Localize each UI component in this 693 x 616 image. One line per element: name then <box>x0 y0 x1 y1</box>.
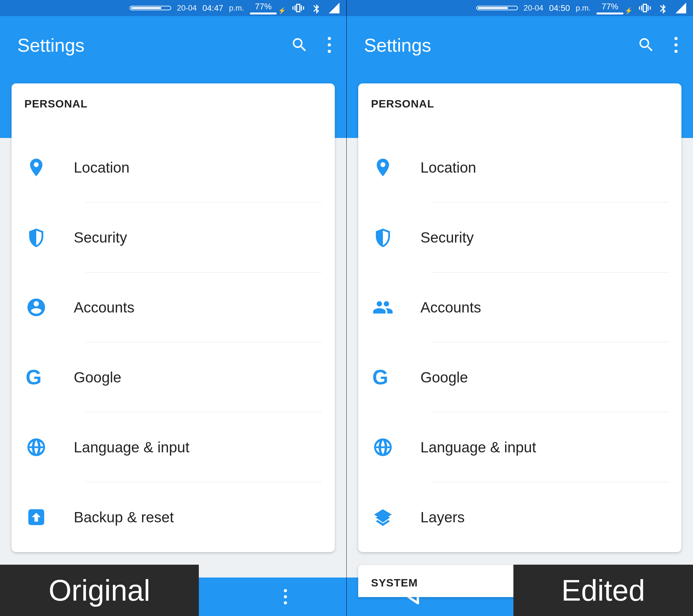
row-label: Google <box>74 369 121 386</box>
settings-row-language[interactable]: Language & input <box>358 412 681 482</box>
status-ampm: p.m. <box>576 3 591 13</box>
status-date: 20-04 <box>177 3 197 13</box>
settings-row-layers[interactable]: Layers <box>358 482 681 552</box>
settings-row-google[interactable]: G Google <box>358 342 681 412</box>
row-label: Location <box>74 159 130 176</box>
shield-icon <box>26 227 47 248</box>
backup-icon <box>26 506 47 528</box>
row-label: Accounts <box>74 299 134 316</box>
row-label: Language & input <box>420 439 536 456</box>
status-bar: 20-04 04:47 p.m. 77% ⚡ <box>0 0 346 16</box>
settings-row-location[interactable]: Location <box>12 133 335 203</box>
account-circle-icon <box>26 297 47 318</box>
battery-bar-icon <box>250 13 277 15</box>
bluetooth-icon <box>657 2 669 14</box>
google-icon: G <box>372 365 388 389</box>
status-ampm: p.m. <box>229 3 244 13</box>
location-icon <box>372 157 394 178</box>
screenshot-edited: 20-04 04:50 p.m. 77% ⚡ Settings PERSONAL… <box>346 0 693 616</box>
settings-row-google[interactable]: G Google <box>12 342 335 412</box>
settings-row-location[interactable]: Location <box>358 133 681 203</box>
vibrate-icon <box>292 2 305 15</box>
row-label: Security <box>420 229 474 246</box>
app-bar: Settings <box>0 16 346 74</box>
status-date: 20-04 <box>524 3 543 13</box>
battery-pill-icon <box>476 6 518 10</box>
layers-icon <box>372 506 394 528</box>
settings-row-accounts[interactable]: Accounts <box>12 272 335 342</box>
location-icon <box>26 157 47 178</box>
personal-card: PERSONAL Location Security Accounts G Go… <box>358 83 681 552</box>
row-label: Backup & reset <box>74 508 174 526</box>
charging-icon: ⚡ <box>278 7 286 15</box>
screenshot-original: 20-04 04:47 p.m. 77% ⚡ Settings PERSONAL… <box>0 0 346 616</box>
row-label: Accounts <box>420 299 481 316</box>
section-header: PERSONAL <box>12 83 335 133</box>
row-label: Google <box>420 369 468 386</box>
page-title: Settings <box>17 34 85 56</box>
overflow-menu-icon[interactable] <box>674 37 680 53</box>
page-title: Settings <box>364 34 431 56</box>
settings-row-backup[interactable]: Backup & reset <box>12 482 335 552</box>
settings-row-security[interactable]: Security <box>358 203 681 272</box>
caption-label: Edited <box>513 565 693 616</box>
people-icon <box>372 297 394 318</box>
app-bar: Settings <box>346 16 693 74</box>
settings-row-security[interactable]: Security <box>12 203 335 272</box>
row-label: Location <box>420 159 476 176</box>
globe-icon <box>372 437 394 458</box>
personal-card: PERSONAL Location Security Accounts G Go… <box>12 83 335 552</box>
battery-percent: 77% <box>255 2 272 12</box>
shield-icon <box>372 227 394 248</box>
status-bar: 20-04 04:50 p.m. 77% ⚡ <box>346 0 693 16</box>
row-label: Security <box>74 229 127 246</box>
content-area: PERSONAL Location Security Accounts G Go… <box>0 74 346 577</box>
signal-icon <box>328 2 341 15</box>
nav-menu-icon[interactable] <box>284 589 287 604</box>
search-icon[interactable] <box>637 36 655 54</box>
battery-percent-group: 77% ⚡ <box>250 2 286 15</box>
battery-percent: 77% <box>601 2 618 12</box>
status-time: 04:50 <box>549 3 570 13</box>
signal-icon <box>674 2 687 15</box>
overflow-menu-icon[interactable] <box>328 37 334 53</box>
globe-icon <box>26 437 47 458</box>
battery-pill-icon <box>130 6 171 10</box>
settings-row-language[interactable]: Language & input <box>12 412 335 482</box>
google-icon: G <box>26 365 42 389</box>
settings-row-accounts[interactable]: Accounts <box>358 272 681 342</box>
search-icon[interactable] <box>291 36 309 54</box>
bluetooth-icon <box>311 2 322 14</box>
charging-icon: ⚡ <box>625 7 633 15</box>
battery-bar-icon <box>596 13 623 15</box>
row-label: Layers <box>420 508 465 526</box>
section-header: SYSTEM <box>371 577 418 589</box>
caption-label: Original <box>0 565 199 616</box>
content-area: PERSONAL Location Security Accounts G Go… <box>346 74 693 577</box>
vibrate-icon <box>638 2 651 15</box>
row-label: Language & input <box>74 439 190 456</box>
battery-percent-group: 77% ⚡ <box>596 2 633 15</box>
status-time: 04:47 <box>202 3 223 13</box>
section-header: PERSONAL <box>358 83 681 133</box>
